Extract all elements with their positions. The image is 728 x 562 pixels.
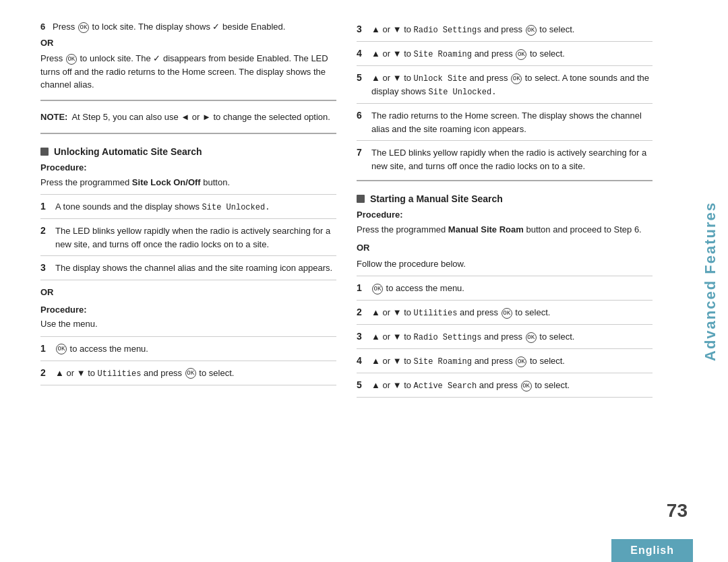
r-step4-num: 4	[357, 46, 367, 61]
ok-btn-rs1: OK	[372, 284, 383, 294]
rs-step5-row: 5 ▲ or ▼ to Active Search and press OK t…	[357, 376, 653, 394]
r-step3-content: ▲ or ▼ to Radio Settings and press OK to…	[371, 23, 653, 36]
rs-step2-row: 2 ▲ or ▼ to Utilities and press OK to se…	[357, 303, 653, 321]
ok-btn-s6: OK	[78, 22, 89, 33]
section1-icon	[40, 148, 49, 156]
divider-after-note	[40, 133, 336, 134]
div-s3	[40, 255, 336, 256]
step3-num: 3	[40, 261, 51, 275]
step3-row: 3 The display shows the channel alias an…	[40, 259, 336, 277]
div-m2	[40, 361, 336, 361]
r-step5-row: 5 ▲ or ▼ to Unlock Site and press OK to …	[357, 69, 653, 100]
rdiv-3	[357, 41, 653, 42]
step1-content: A tone sounds and the display shows Site…	[55, 200, 336, 214]
main-content: 6 Press OK to lock site. The display sho…	[0, 0, 693, 562]
div-or	[40, 280, 336, 280]
rdiv-ms2	[357, 300, 653, 301]
ok-btn-s6b: OK	[66, 54, 77, 65]
menu-step2-num: 2	[40, 366, 51, 380]
note-block: NOTE: At Step 5, you can also use ◄ or ►…	[40, 111, 336, 124]
step2-row: 2 The LED blinks yellow rapidly when the…	[40, 222, 336, 253]
r-step4-content: ▲ or ▼ to Site Roaming and press OK to s…	[371, 47, 653, 61]
or-label-2: OR	[40, 286, 336, 299]
rs-step4-row: 4 ▲ or ▼ to Site Roaming and press OK to…	[357, 352, 653, 370]
sidebar-label: Advanced Features	[693, 0, 728, 562]
rdiv-ms4	[357, 348, 653, 349]
note-label: NOTE:	[40, 111, 67, 124]
ok-btn-m1: OK	[56, 344, 67, 354]
step6-num: 6	[40, 22, 45, 32]
english-badge: English	[611, 539, 693, 562]
div-m2-end	[40, 385, 336, 385]
ok-btn-r3: OK	[526, 25, 537, 36]
step2-content: The LED blinks yellow rapidly when the r…	[55, 224, 336, 251]
rs-step3-content: ▲ or ▼ to Radio Settings and press OK to…	[371, 330, 653, 344]
rs-step2-num: 2	[357, 305, 367, 319]
r-step7-row: 7 The LED blinks yellow rapidly when the…	[357, 144, 653, 175]
rdiv-6	[357, 140, 653, 141]
menu-step2-content: ▲ or ▼ to Utilities and press OK to sele…	[55, 367, 336, 380]
procedure-text-r1: Press the programmed Manual Site Roam bu…	[357, 223, 653, 237]
menu-step1-num: 1	[40, 342, 51, 356]
r-step7-content: The LED blinks yellow rapidly when the r…	[371, 146, 653, 173]
page: 6 Press OK to lock site. The display sho…	[0, 0, 728, 562]
left-column: 6 Press OK to lock site. The display sho…	[40, 20, 336, 542]
ok-btn-rs4: OK	[516, 356, 526, 367]
rdiv-5	[357, 103, 653, 104]
step1-row: 1 A tone sounds and the display shows Si…	[40, 197, 336, 216]
rs-step2-content: ▲ or ▼ to Utilities and press OK to sele…	[371, 306, 653, 319]
section2-heading-text: Starting a Manual Site Search	[370, 193, 503, 204]
step6-text: 6 Press OK to lock site. The display sho…	[40, 20, 336, 34]
step6-block: 6 Press OK to lock site. The display sho…	[40, 20, 336, 94]
div-s2	[40, 218, 336, 219]
follow-text: Follow the procedure below.	[357, 257, 653, 271]
section1-heading: Unlocking Automatic Site Search	[40, 146, 336, 157]
or-label-r: OR	[357, 241, 653, 255]
divider-after-step6	[40, 100, 336, 101]
menu-step1-content: OK to access the menu.	[55, 342, 336, 356]
rs-step3-row: 3 ▲ or ▼ to Radio Settings and press OK …	[357, 327, 653, 346]
r-step3-row: 3 ▲ or ▼ to Radio Settings and press OK …	[357, 20, 653, 38]
rs-step1-num: 1	[357, 281, 367, 295]
rs-step1-content: OK to access the menu.	[371, 282, 653, 295]
sidebar-label-text: Advanced Features	[702, 201, 719, 361]
r-step6-content: The radio returns to the Home screen. Th…	[371, 109, 653, 135]
rs-step5-content: ▲ or ▼ to Active Search and press OK to …	[371, 379, 653, 392]
procedure-text-1: Press the programmed Site Lock On/Off bu…	[40, 176, 336, 189]
r-step3-num: 3	[357, 22, 367, 36]
section2-heading: Starting a Manual Site Search	[357, 193, 653, 204]
div-m1	[40, 336, 336, 337]
procedure-text-2: Use the menu.	[40, 317, 336, 331]
ok-btn-rs3: OK	[526, 332, 537, 343]
ok-btn-r5: OK	[511, 73, 522, 84]
section2-icon	[357, 195, 365, 203]
procedure-label-1: Procedure:	[40, 161, 336, 175]
rs-step3-num: 3	[357, 330, 367, 344]
section1-heading-text: Unlocking Automatic Site Search	[54, 146, 202, 157]
r-step6-row: 6 The radio returns to the Home screen. …	[357, 106, 653, 137]
rs-step4-num: 4	[357, 354, 367, 368]
menu-step2-row: 2 ▲ or ▼ to Utilities and press OK to se…	[40, 364, 336, 382]
or-label-s6: OR	[40, 36, 336, 50]
step2-num: 2	[40, 224, 51, 238]
menu-step1-row: 1 OK to access the menu.	[40, 340, 336, 358]
rs-step4-content: ▲ or ▼ to Site Roaming and press OK to s…	[371, 354, 653, 368]
page-number: 73	[667, 500, 688, 522]
rdiv-ms3	[357, 324, 653, 325]
div-s1	[40, 194, 336, 195]
rs-step5-num: 5	[357, 378, 367, 392]
ok-btn-rs2: OK	[502, 308, 512, 319]
rdiv-ms5-end	[357, 397, 653, 398]
r-step5-content: ▲ or ▼ to Unlock Site and press OK to se…	[371, 71, 653, 98]
rdiv-ms1	[357, 276, 653, 276]
ok-btn-r4: OK	[516, 49, 526, 60]
ok-btn-rs5: OK	[521, 381, 532, 392]
step3-content: The display shows the channel alias and …	[55, 261, 336, 275]
rs-step1-row: 1 OK to access the menu.	[357, 279, 653, 297]
rdiv-section	[357, 180, 653, 181]
right-column: 3 ▲ or ▼ to Radio Settings and press OK …	[357, 20, 653, 542]
ok-btn-m2: OK	[185, 368, 196, 379]
rdiv-ms5	[357, 373, 653, 373]
step1-num: 1	[40, 199, 51, 214]
r-step4-row: 4 ▲ or ▼ to Site Roaming and press OK to…	[357, 44, 653, 63]
